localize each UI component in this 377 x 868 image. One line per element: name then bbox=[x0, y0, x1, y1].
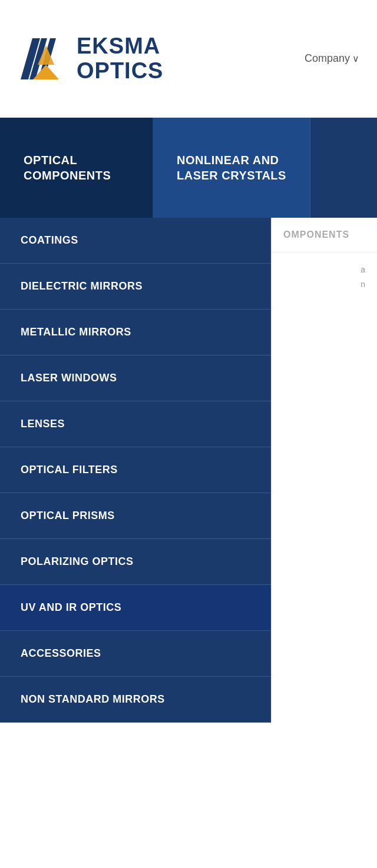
dropdown-container: COATINGS DIELECTRIC MIRRORS METALLIC MIR… bbox=[0, 218, 377, 723]
logo: EKSMA OPTICS bbox=[18, 32, 163, 85]
chevron-down-icon: ∨ bbox=[352, 53, 359, 64]
dropdown-item-non-standard-mirrors[interactable]: NON STANDARD MIRRORS bbox=[0, 677, 271, 723]
dropdown-item-optical-filters[interactable]: OPTICAL FILTERS bbox=[0, 447, 271, 493]
dropdown-right: OMPONENTS a n bbox=[271, 218, 377, 723]
logo-icon bbox=[18, 32, 71, 85]
right-content-text2: n bbox=[349, 277, 377, 292]
dropdown-item-lenses[interactable]: LENSES bbox=[0, 401, 271, 447]
main-nav: OPTICALCOMPONENTS NONLINEAR ANDLASER CRY… bbox=[0, 118, 377, 218]
dropdown-item-dielectric-mirrors[interactable]: DIELECTRIC MIRRORS bbox=[0, 264, 271, 310]
company-nav[interactable]: Company ∨ bbox=[305, 52, 359, 65]
dropdown-item-accessories[interactable]: ACCESSORIES bbox=[0, 631, 271, 677]
logo-text: EKSMA OPTICS bbox=[77, 34, 163, 84]
dropdown-left: COATINGS DIELECTRIC MIRRORS METALLIC MIR… bbox=[0, 218, 271, 723]
dropdown-item-metallic-mirrors[interactable]: METALLIC MIRRORS bbox=[0, 310, 271, 355]
dropdown-item-uv-ir-optics[interactable]: UV AND IR OPTICS bbox=[0, 585, 271, 631]
dropdown-item-optical-prisms[interactable]: OPTICAL PRISMS bbox=[0, 493, 271, 539]
nav-item-nonlinear-crystals[interactable]: NONLINEAR ANDLASER CRYSTALS bbox=[153, 118, 310, 218]
nav-item-optical-components[interactable]: OPTICALCOMPONENTS bbox=[0, 118, 153, 218]
dropdown-item-polarizing-optics[interactable]: POLARIZING OPTICS bbox=[0, 539, 271, 585]
header: EKSMA OPTICS Company ∨ bbox=[0, 0, 377, 118]
company-label: Company bbox=[305, 52, 350, 65]
dropdown-item-laser-windows[interactable]: LASER WINDOWS bbox=[0, 355, 271, 401]
dropdown-item-coatings[interactable]: COATINGS bbox=[0, 218, 271, 264]
dropdown-right-label: OMPONENTS bbox=[272, 218, 377, 252]
